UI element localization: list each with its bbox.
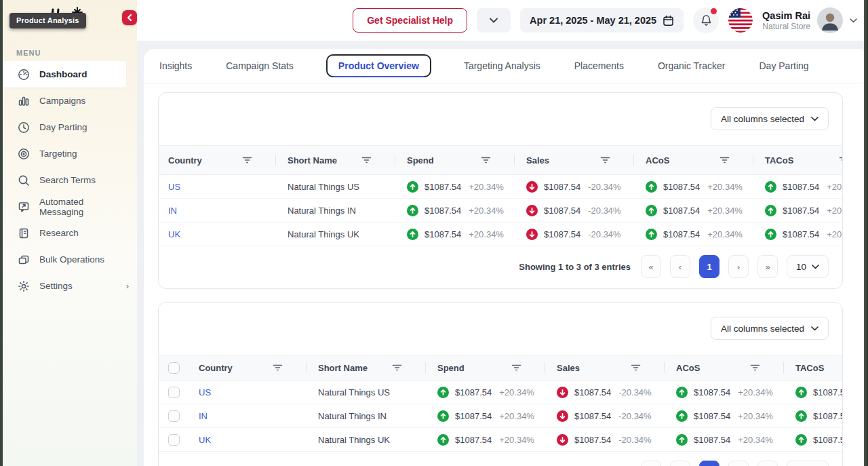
pagination-prev-button[interactable]: ‹ — [670, 461, 690, 466]
trend-up-icon — [676, 387, 688, 398]
col-sales: Sales — [517, 146, 636, 174]
col-tacos: TACoS — [786, 355, 843, 380]
filter-icon[interactable] — [719, 156, 730, 164]
page-size-dropdown[interactable]: 10 — [787, 255, 829, 278]
filter-icon[interactable] — [361, 156, 372, 164]
tab-day-parting[interactable]: Day Parting — [758, 55, 810, 77]
main-card: Insights Campaign Stats Product Overview… — [144, 49, 864, 466]
metric-value: $1087.54 — [813, 435, 843, 445]
pagination: Showing 1 to 3 of 3 entries « ‹ 1 › » 10 — [159, 452, 842, 466]
table-row: US Natural Things US $1087.54 +20.34% $1… — [159, 381, 843, 404]
pagination-first-button[interactable]: « — [641, 461, 661, 466]
sidebar-collapse-button[interactable] — [122, 10, 137, 25]
pagination-prev-button[interactable]: ‹ — [670, 255, 690, 278]
columns-select-dropdown[interactable]: All columns selected — [711, 317, 829, 340]
pagination-next-button[interactable]: › — [728, 461, 749, 466]
columns-select-label: All columns selected — [721, 114, 804, 124]
filter-icon[interactable] — [392, 364, 402, 372]
sidebar-item-research[interactable]: Research — [3, 220, 137, 246]
message-icon — [17, 200, 30, 213]
sidebar-item-targeting[interactable]: Targeting — [3, 140, 137, 167]
filter-icon[interactable] — [273, 364, 283, 372]
sidebar-item-bulk-operations[interactable]: Bulk Operations — [3, 246, 137, 273]
trend-up-icon — [437, 387, 449, 398]
table-header-row: Country Short Name Spend Sales — [159, 145, 843, 175]
notifications-button[interactable] — [693, 7, 719, 33]
metric-change: -20.34% — [618, 411, 651, 421]
metric-change: +20.34% — [707, 206, 743, 216]
tab-organic-tracker[interactable]: Organic Tracker — [656, 55, 727, 77]
row-select-cell — [159, 410, 189, 422]
chevron-down-icon — [811, 326, 818, 331]
metric-change: +20.34% — [469, 206, 504, 216]
country-link[interactable]: UK — [159, 229, 278, 239]
filter-icon[interactable] — [839, 156, 843, 164]
row-checkbox[interactable] — [168, 410, 180, 422]
metric-value: $1087.54 — [425, 206, 461, 216]
book-icon — [17, 227, 30, 239]
country-link[interactable]: UK — [189, 435, 309, 445]
metric-value: $1087.54 — [455, 435, 492, 445]
sidebar-item-dashboard[interactable]: Dashboard — [3, 61, 126, 88]
table-toolbar: All columns selected — [159, 303, 842, 340]
pagination-page-1-button[interactable]: 1 — [699, 461, 719, 466]
user-menu[interactable]: Qasim Rai Natural Store — [762, 7, 857, 33]
sidebar-item-day-parting[interactable]: Day Parting — [3, 114, 137, 140]
tab-insights[interactable]: Insights — [158, 55, 193, 77]
row-checkbox[interactable] — [168, 434, 180, 446]
metric-value: $1087.54 — [813, 411, 843, 421]
calendar-icon — [663, 15, 674, 26]
country-link[interactable]: US — [159, 182, 278, 192]
tab-product-overview[interactable]: Product Overview — [326, 54, 431, 77]
sidebar-item-search-terms[interactable]: Search Terms — [3, 167, 137, 193]
bell-icon — [701, 14, 712, 26]
row-checkbox[interactable] — [168, 387, 180, 398]
filter-icon[interactable] — [481, 156, 491, 164]
filter-icon[interactable] — [631, 364, 641, 372]
sidebar-item-label: Campaigns — [39, 96, 85, 106]
spend-cell: $1087.54 +20.34% — [428, 434, 547, 446]
us-flag-icon[interactable] — [728, 8, 753, 33]
filter-icon[interactable] — [242, 156, 252, 164]
tab-targeting-analysis[interactable]: Targeting Analysis — [462, 55, 542, 77]
trend-down-icon — [526, 229, 538, 240]
country-link[interactable]: IN — [189, 411, 309, 421]
pagination-last-button[interactable]: » — [757, 461, 778, 466]
metric-value: $1087.54 — [663, 229, 700, 239]
chevron-down-icon — [490, 18, 498, 23]
columns-select-dropdown[interactable]: All columns selected — [711, 107, 829, 130]
search-icon — [17, 174, 30, 187]
trend-up-icon — [407, 205, 418, 216]
logo-tooltip: Product Analysis — [9, 13, 86, 28]
tacos-cell: $1087.54 +20.34% — [755, 181, 843, 193]
tacos-cell: $1087.54 +20.34% — [755, 205, 843, 216]
col-label: ACoS — [646, 155, 669, 166]
pagination-last-button[interactable]: » — [757, 255, 778, 278]
pagination-page-1-button[interactable]: 1 — [699, 255, 719, 278]
date-range-picker[interactable]: Apr 21, 2025 - May 21, 2025 — [520, 8, 684, 33]
filter-icon[interactable] — [750, 364, 760, 372]
page-size-dropdown[interactable]: 10 — [787, 461, 829, 466]
metric-change: -20.34% — [588, 206, 620, 216]
select-all-checkbox[interactable] — [168, 362, 180, 374]
acos-cell: $1087.54 +20.34% — [667, 387, 786, 398]
country-link[interactable]: US — [189, 387, 309, 397]
metric-change: +20.34% — [707, 229, 743, 239]
sidebar-item-label: Search Terms — [39, 175, 96, 185]
get-specialist-help-button[interactable]: Get Specialist Help — [353, 8, 467, 33]
filter-icon[interactable] — [600, 156, 610, 164]
acos-cell: $1087.54 +20.34% — [636, 229, 755, 240]
sales-cell: $1087.54 -20.34% — [517, 181, 636, 193]
tab-placements[interactable]: Placements — [573, 55, 625, 77]
tab-campaign-stats[interactable]: Campaign Stats — [224, 55, 295, 77]
col-spend: Spend — [428, 355, 547, 380]
country-link[interactable]: IN — [159, 206, 278, 216]
sidebar-item-automated-messaging[interactable]: Automated Messaging — [3, 193, 137, 220]
sidebar-item-campaigns[interactable]: Campaigns — [3, 88, 137, 114]
filter-icon[interactable] — [511, 364, 521, 372]
pagination-first-button[interactable]: « — [641, 255, 661, 278]
header-dropdown-button[interactable] — [477, 8, 511, 33]
table-row: UK Natural Things UK $1087.54 +20.34% $1… — [159, 428, 843, 452]
sidebar-item-settings[interactable]: Settings › — [3, 273, 137, 299]
pagination-next-button[interactable]: › — [728, 255, 749, 278]
